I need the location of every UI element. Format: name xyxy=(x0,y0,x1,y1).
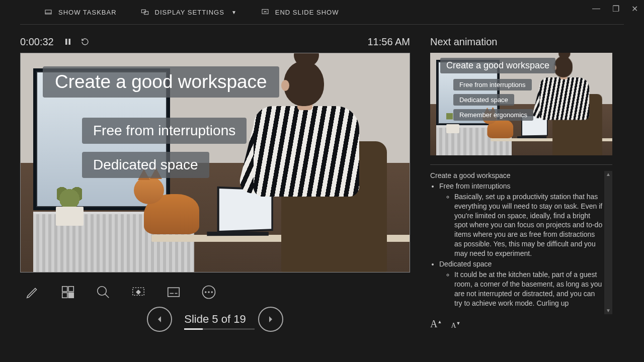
timer-row: 0:00:32 11:56 AM xyxy=(20,31,410,53)
taskbar-icon xyxy=(44,8,52,16)
svg-rect-9 xyxy=(62,287,67,292)
display-settings-label: DISPLAY SETTINGS xyxy=(155,9,224,16)
magnifier-icon xyxy=(96,285,111,300)
slide-counter: Slide 5 of 19 xyxy=(184,313,246,326)
end-slide-show-button[interactable]: END SLIDE SHOW xyxy=(261,8,339,16)
more-icon xyxy=(201,285,216,300)
svg-rect-0 xyxy=(45,10,51,14)
restore-button[interactable]: ❐ xyxy=(612,4,619,14)
svg-rect-7 xyxy=(65,39,67,45)
next-animation-heading: Next animation xyxy=(430,31,624,53)
reset-icon xyxy=(81,38,89,46)
show-taskbar-label: SHOW TASKBAR xyxy=(58,9,117,16)
svg-point-13 xyxy=(98,287,107,296)
display-settings-button[interactable]: DISPLAY SETTINGS ▼ xyxy=(141,8,237,16)
display-settings-icon xyxy=(141,8,149,16)
window-controls: — ❐ ✕ xyxy=(592,4,638,14)
previous-slide-button[interactable] xyxy=(147,307,172,332)
black-screen-button[interactable] xyxy=(130,284,147,301)
decrease-font-button[interactable]: A▼ xyxy=(451,321,460,330)
scroll-down-button[interactable]: ▼ xyxy=(605,307,612,314)
subtitles-button[interactable] xyxy=(165,284,182,301)
pen-tool-button[interactable] xyxy=(24,284,41,301)
svg-marker-16 xyxy=(136,290,141,295)
next-slide-preview[interactable]: Create a good workspace Free from interr… xyxy=(430,53,612,155)
next-slide-bullet: Dedicated space xyxy=(453,94,514,106)
slide-title: Create a good workspace xyxy=(43,66,279,98)
elapsed-timer: 0:00:32 xyxy=(20,36,54,48)
current-slide-preview[interactable]: Create a good workspace Free from interr… xyxy=(20,53,410,273)
reset-timer-button[interactable] xyxy=(80,37,90,47)
panel-divider xyxy=(430,164,612,165)
grid-icon xyxy=(60,285,75,300)
speaker-notes[interactable]: Create a good workspace Free from interr… xyxy=(430,171,612,314)
notes-subbullet: Basically, set up a productivity station… xyxy=(454,192,603,258)
next-slide-bullet: Remember ergonomics xyxy=(453,109,533,121)
notes-bullet: Free from interruptions Basically, set u… xyxy=(439,182,603,258)
next-slide-title: Create a good workspace xyxy=(440,58,555,73)
pause-icon xyxy=(64,38,71,45)
notes-font-size-controls: A▲ A▼ xyxy=(430,318,624,330)
svg-point-23 xyxy=(211,291,213,293)
pen-icon xyxy=(25,285,40,300)
subtitles-icon xyxy=(166,285,181,300)
svg-rect-8 xyxy=(68,39,70,45)
notes-scrollbar[interactable]: ▲ ▼ xyxy=(604,171,612,314)
notes-subbullet: It could be at the kitchen table, part o… xyxy=(454,270,603,308)
next-slide-button[interactable] xyxy=(258,307,283,332)
svg-rect-12 xyxy=(68,293,73,298)
svg-rect-11 xyxy=(62,293,67,298)
chevron-down-icon: ▼ xyxy=(231,10,237,15)
end-slide-show-label: END SLIDE SHOW xyxy=(275,9,339,16)
current-time: 11:56 AM xyxy=(367,36,410,48)
minimize-button[interactable]: — xyxy=(592,4,600,14)
svg-point-21 xyxy=(205,291,207,293)
more-options-button[interactable] xyxy=(200,284,217,301)
black-screen-icon xyxy=(131,285,146,300)
pause-button[interactable] xyxy=(63,37,73,47)
show-taskbar-button[interactable]: SHOW TASKBAR xyxy=(44,8,117,16)
slide-progress-bar xyxy=(184,328,255,330)
notes-heading: Create a good workspace xyxy=(430,171,603,180)
chevron-right-icon xyxy=(266,315,275,324)
presenter-tools xyxy=(20,273,410,305)
slide-bullet: Dedicated space xyxy=(82,152,209,178)
chevron-left-icon xyxy=(155,315,164,324)
zoom-button[interactable] xyxy=(95,284,112,301)
svg-line-14 xyxy=(105,294,109,298)
svg-rect-17 xyxy=(168,288,180,297)
svg-rect-10 xyxy=(68,287,73,292)
svg-point-22 xyxy=(208,291,210,293)
see-all-slides-button[interactable] xyxy=(59,284,76,301)
slide-bullet: Free from interruptions xyxy=(82,118,247,144)
increase-font-button[interactable]: A▲ xyxy=(430,318,442,330)
scroll-up-button[interactable]: ▲ xyxy=(605,171,612,178)
notes-bullet: Dedicated space It could be at the kitch… xyxy=(439,259,603,308)
close-button[interactable]: ✕ xyxy=(631,4,638,14)
presenter-toolbar: SHOW TASKBAR DISPLAY SETTINGS ▼ END SLID… xyxy=(20,0,624,25)
next-slide-bullet: Free from interruptions xyxy=(453,79,532,90)
end-show-icon xyxy=(261,8,269,16)
slide-nav: Slide 5 of 19 xyxy=(20,307,410,332)
